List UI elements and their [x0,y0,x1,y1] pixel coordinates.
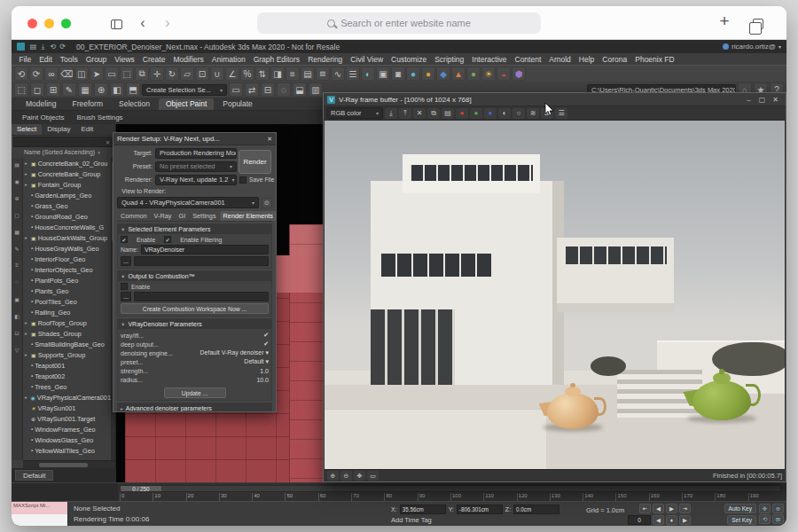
vfb-toolbar-icon[interactable]: ⧉ [427,108,440,119]
rollout-header[interactable]: ▼Selected Element Parameters [118,224,271,234]
toolbar-icon[interactable]: ∿ [331,66,345,81]
view-to-render-dropdown[interactable]: Quad 4 - VRayPhysicalCamera001▾ [117,197,259,208]
toolbar-icon[interactable]: ✎ [62,82,76,97]
time-slider-track[interactable]: 0 / 250 [120,485,781,492]
z-coordinate-field[interactable]: 0.0cm [513,505,559,514]
clear-search-icon[interactable]: ✕ [106,139,110,145]
toolbar-icon[interactable]: ✛ [150,66,164,81]
ribbon-panel-label[interactable]: Paint Objects [22,113,65,121]
zoom-window-button[interactable] [61,19,71,28]
toolbar-icon[interactable]: ◆ [436,66,450,81]
vfb-toolbar-icon[interactable]: ☰ [555,108,567,119]
param-value[interactable]: Default ▾ [244,358,269,365]
toolbar-icon[interactable]: ⊡ [195,66,209,81]
explorer-tool-icon[interactable]: ⊕ [12,193,21,202]
scene-object-row[interactable]: ▪ Plants_Geo [23,286,111,296]
menu-item[interactable]: Graph Editors [249,55,303,64]
vfb-toolbar-icon[interactable]: ✕ [413,108,426,119]
combustion-path-input[interactable] [134,292,269,301]
browse-button[interactable]: ... [121,256,131,266]
scene-object-row[interactable]: ▪ GroundRoad_Geo [23,211,111,222]
combustion-enable-checkbox[interactable] [121,283,128,290]
toolbar-icon[interactable]: ⟳ [29,66,43,81]
scene-object-row[interactable]: ▪ WindowsGlass_Geo [23,434,111,445]
render-setup-tab[interactable]: Settings [189,211,219,221]
menu-item[interactable]: Content [511,55,545,64]
toolbar-icon[interactable]: ◻ [30,82,44,97]
menu-item[interactable]: Create [138,55,169,64]
expand-arrow-icon[interactable]: ▸ [25,352,29,357]
vfb-toolbar-icon[interactable]: ▤ [442,108,454,119]
playback-button[interactable]: ◀ [653,504,664,513]
explorer-tool-icon[interactable]: ⊡ [12,328,21,337]
element-name-input[interactable]: VRayDenoiser [141,245,269,254]
param-value[interactable]: ✔ [263,332,269,339]
toolbar-icon[interactable]: ◨ [270,66,285,81]
vfb-toolbar-icon[interactable]: ⤓ [385,108,397,119]
vfb-toolbar-icon[interactable]: ● [456,108,468,119]
render-setup-tab[interactable]: Render Elements [220,211,277,221]
menu-item[interactable]: Animation [207,55,249,64]
toolbar-icon[interactable]: ⊞ [46,82,60,97]
scene-object-row[interactable]: ▪ PlantPots_Geo [23,275,111,286]
toolbar-icon[interactable]: ◒ [497,66,511,81]
scene-object-row[interactable]: ☀ VRaySun001 [23,403,111,413]
update-button[interactable]: Update ... [164,387,226,398]
quick-access-icon[interactable]: ▤ [28,43,38,51]
scene-object-row[interactable]: ▪ YellowWallTiles_Geo [23,445,111,456]
scene-object-row[interactable]: ▸ ▣ ConcreteBank_Group [23,168,111,179]
vfb-toolbar-icon[interactable]: ⊞ [541,108,553,119]
ribbon-panel-label[interactable]: Brush Settings [77,113,123,121]
denoiser-param-row[interactable]: vray/ifl... ✔ [121,331,269,340]
expand-arrow-icon[interactable]: ▸ [25,182,29,187]
explorer-tool-icon[interactable]: ◉ [12,176,21,185]
toolbar-icon[interactable]: ▱ [180,66,194,81]
rollout-header[interactable]: ▼Output to Combustion™ [118,271,271,281]
scene-explorer-tab[interactable]: Display [42,124,75,135]
toolbar-icon[interactable]: ● [406,66,420,81]
toolbar-icon[interactable]: ↻ [165,66,179,81]
enable-filtering-checkbox[interactable]: ✔ [164,236,171,243]
close-window-button[interactable] [27,19,37,28]
key-nav-button[interactable]: ▶ [679,515,691,525]
signed-in-user[interactable]: ricardo.ortiz@▾ [723,43,781,51]
toolbar-icon[interactable]: ➤ [90,66,104,81]
menu-item[interactable]: Customize [387,55,431,64]
toolbar-icon[interactable]: ☰ [346,66,360,81]
create-combustion-workspace-button[interactable]: Create Combustion Workspace Now ... [121,303,269,314]
toolbar-icon[interactable]: ▥ [309,82,323,97]
denoiser-param-row[interactable]: denoising engine... Default V-Ray denois… [121,348,269,357]
vfb-status-icon[interactable]: ▭ [367,471,379,481]
scene-object-row[interactable]: ▪ InteriorFloor_Geo [23,254,111,264]
param-value[interactable]: ✔ [263,340,269,348]
toolbar-icon[interactable]: ⌫ [59,66,74,81]
scene-object-row[interactable]: ▪ SmallBuildingBase_Geo [23,339,111,349]
render-button[interactable]: Render [239,150,271,174]
vfb-toolbar-icon[interactable]: ◐ [498,108,511,119]
close-icon[interactable]: ✕ [769,96,782,104]
explorer-tool-icon[interactable]: ▽ [12,345,21,354]
toolbar-icon[interactable]: ⬚ [120,66,134,81]
ribbon-tab[interactable]: Populate [215,98,260,110]
vfb-toolbar-icon[interactable]: ● [470,108,482,119]
menu-item[interactable]: File [15,55,35,64]
forward-button[interactable]: › [157,13,178,33]
explorer-tool-icon[interactable]: ▣ [12,294,21,303]
maximize-icon[interactable]: ▢ [755,96,769,104]
scene-object-row[interactable]: ▪ Trees_Geo [23,381,111,392]
expand-arrow-icon[interactable]: ▸ [25,235,29,240]
ribbon-tab[interactable]: Freeform [66,98,110,110]
scene-object-row[interactable]: ▪ HouseConcreteWalls_G [23,222,111,232]
toolbar-icon[interactable]: ⟲ [14,66,28,81]
toolbar-icon[interactable]: ▲ [451,66,466,81]
ribbon-tab[interactable]: Object Paint [159,98,214,110]
sidebar-toggle-button[interactable] [106,13,127,33]
explorer-tool-icon[interactable]: ✎ [12,244,21,253]
back-button[interactable]: ‹ [132,13,153,33]
scene-object-row[interactable]: ▪ InteriorObjects_Geo [23,264,111,275]
explorer-tool-icon[interactable]: ◌ [12,278,21,286]
toolbar-icon[interactable]: ● [466,66,481,81]
viewport-nav-button[interactable]: ⊕ [772,504,784,513]
browse-button[interactable]: ... [121,292,131,301]
menu-item[interactable]: Interactive [468,55,511,64]
